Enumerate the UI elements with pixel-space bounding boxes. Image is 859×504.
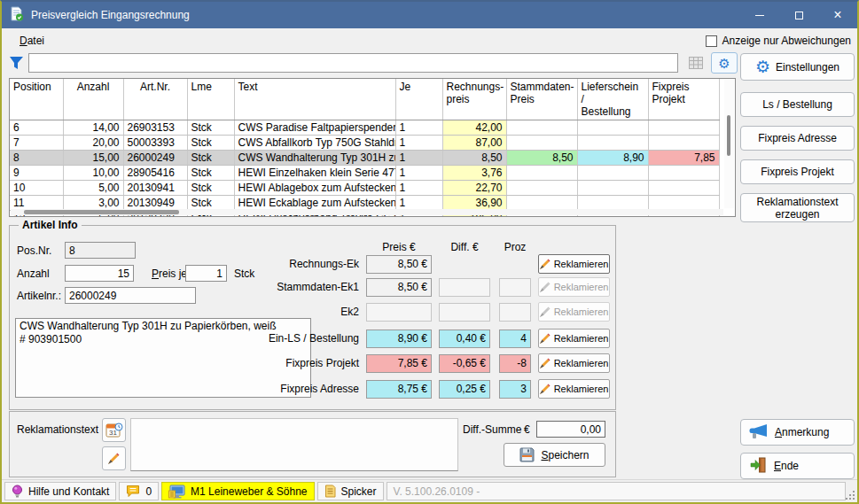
filter-input[interactable] — [28, 53, 678, 73]
table-cell[interactable] — [577, 166, 648, 181]
table-cell[interactable] — [506, 166, 577, 181]
table-cell[interactable]: Stck — [187, 181, 234, 196]
spicker-button[interactable]: Spicker — [317, 482, 384, 500]
resize-grip[interactable] — [846, 491, 855, 500]
table-row[interactable]: 113,0020130949StckHEWI Eckablage zum Auf… — [10, 196, 719, 211]
table-cell[interactable]: CWS Paradise Faltpapierspender 3 — [234, 120, 395, 136]
posnr-field[interactable]: 8 — [65, 242, 136, 259]
table-cell[interactable]: 20,00 — [63, 136, 123, 151]
table-cell[interactable]: Stck — [187, 151, 234, 166]
table-cell[interactable]: 26000249 — [123, 151, 187, 166]
anmerkung-button[interactable]: Anmerkung — [740, 419, 855, 446]
reklamieren-button[interactable]: Reklamieren — [538, 353, 610, 373]
table-cell[interactable]: 8,90 — [577, 151, 648, 166]
reklamationstext-input[interactable] — [130, 418, 458, 471]
minimize-button[interactable] — [740, 2, 779, 28]
table-cell[interactable]: 87,00 — [442, 136, 506, 151]
col-stammdatenpreis[interactable]: Stammdaten- Preis — [506, 79, 577, 120]
table-cell[interactable]: 20130949 — [123, 196, 187, 211]
table-cell[interactable]: 1 — [395, 136, 442, 151]
table-cell[interactable] — [506, 136, 577, 151]
mandant-button[interactable]: M1 Leineweber & Söhne — [161, 482, 314, 500]
table-cell[interactable]: 7 — [10, 136, 63, 151]
table-cell[interactable]: 26903153 — [123, 120, 187, 136]
table-cell[interactable]: 7,85 — [648, 151, 719, 166]
artikelnr-field[interactable]: 26000249 — [65, 287, 196, 304]
checkbox-box[interactable] — [706, 35, 717, 47]
table-row[interactable]: 720,0050003393StckCWS Abfallkorb Typ 750… — [10, 136, 719, 151]
reklamieren-button[interactable]: Reklamieren — [538, 277, 610, 297]
ende-button[interactable]: Ende — [740, 453, 855, 479]
table-cell[interactable] — [577, 120, 648, 136]
col-position[interactable]: Position — [10, 79, 63, 120]
table-cell[interactable]: 1 — [395, 181, 442, 196]
table-cell[interactable]: 1 — [395, 166, 442, 181]
table-cell[interactable]: 1 — [395, 151, 442, 166]
table-cell[interactable]: 10,00 — [63, 166, 123, 181]
table-cell[interactable]: 22,70 — [442, 181, 506, 196]
table-cell[interactable]: 11 — [10, 196, 63, 211]
table-cell[interactable]: 42,00 — [442, 120, 506, 136]
table-cell[interactable]: 3,76 — [442, 166, 506, 181]
table-cell[interactable]: Stck — [187, 196, 234, 211]
reklamationstext-erzeugen-button[interactable]: Reklamationstext erzeugen — [740, 193, 855, 222]
col-text[interactable]: Text — [234, 79, 395, 120]
table-cell[interactable]: 6 — [10, 120, 63, 136]
table-cell[interactable]: Stck — [187, 120, 234, 136]
table-cell[interactable] — [577, 136, 648, 151]
table-cell[interactable] — [577, 196, 648, 211]
table-cell[interactable]: 28905416 — [123, 166, 187, 181]
table-cell[interactable]: 20130941 — [123, 181, 187, 196]
table-cell[interactable]: CWS Wandhalterung Typ 301H zu — [234, 151, 395, 166]
reklamieren-button[interactable]: Reklamieren — [538, 379, 610, 399]
vertical-scrollbar-thumb[interactable] — [727, 115, 730, 156]
col-lieferschein[interactable]: Lieferschein / Bestellung — [577, 79, 648, 120]
einstellungen-button[interactable]: ⚙ Einstellungen — [740, 53, 855, 81]
table-cell[interactable] — [648, 181, 719, 196]
table-cell[interactable] — [506, 196, 577, 211]
table-cell[interactable]: Stck — [187, 136, 234, 151]
horizontal-scrollbar-thumb[interactable] — [24, 210, 179, 214]
table-cell[interactable]: 9 — [10, 166, 63, 181]
filter-settings-button[interactable]: ⚙ — [711, 52, 738, 74]
table-cell[interactable] — [648, 136, 719, 151]
reklamieren-button[interactable]: Reklamieren — [538, 254, 610, 274]
table-cell[interactable] — [648, 196, 719, 211]
checkbox-anzeige-abweichungen[interactable]: Anzeige nur Abweichungen — [706, 35, 851, 47]
preis-je-field[interactable]: 1 — [185, 265, 227, 282]
col-fixpreis-projekt[interactable]: Fixpreis Projekt — [648, 79, 719, 120]
hilfe-kontakt-button[interactable]: Hilfe und Kontakt — [4, 482, 116, 500]
table-cell[interactable]: 10 — [10, 181, 63, 196]
menu-datei[interactable]: Datei — [20, 35, 44, 47]
horizontal-scrollbar[interactable] — [11, 209, 723, 215]
vertical-scrollbar[interactable] — [724, 80, 734, 208]
table-cell[interactable]: 50003393 — [123, 136, 187, 151]
table-cell[interactable]: 3,00 — [63, 196, 123, 211]
fixpreis-adresse-button[interactable]: Fixpreis Adresse — [740, 126, 855, 151]
table-cell[interactable]: 14,00 — [63, 120, 123, 136]
maximize-button[interactable] — [779, 2, 818, 28]
table-cell[interactable]: 5,00 — [63, 181, 123, 196]
table-cell[interactable]: HEWI Einzelhaken klein Serie 477 — [234, 166, 395, 181]
table-row-selected[interactable]: 815,0026000249StckCWS Wandhalterung Typ … — [10, 151, 719, 166]
col-artnr[interactable]: Art.Nr. — [123, 79, 187, 120]
table-row[interactable]: 614,0026903153StckCWS Paradise Faltpapie… — [10, 120, 719, 136]
table-row[interactable]: 105,0020130941StckHEWI Ablagebox zum Auf… — [10, 181, 719, 196]
reklamieren-button[interactable]: Reklamieren — [538, 302, 610, 322]
col-rechnungspreis[interactable]: Rechnungs- preis — [442, 79, 506, 120]
table-cell[interactable]: 1 — [395, 196, 442, 211]
table-cell[interactable]: 8,50 — [506, 151, 577, 166]
reklamieren-button[interactable]: Reklamieren — [538, 329, 610, 348]
fixpreis-projekt-button[interactable]: Fixpreis Projekt — [740, 159, 855, 184]
table-cell[interactable]: 1 — [395, 120, 442, 136]
table-cell[interactable] — [506, 181, 577, 196]
edit-button[interactable] — [102, 446, 126, 470]
nachrichten-button[interactable]: 0 — [119, 482, 159, 500]
table-cell[interactable]: 36,90 — [442, 196, 506, 211]
grid-view-button[interactable] — [684, 55, 707, 73]
ls-bestellung-button[interactable]: Ls / Bestellung — [740, 92, 855, 117]
col-je[interactable]: Je — [395, 79, 442, 120]
table-cell[interactable] — [648, 166, 719, 181]
table-cell[interactable]: HEWI Ablagebox zum Aufstecken — [234, 181, 395, 196]
table-cell[interactable] — [506, 120, 577, 136]
